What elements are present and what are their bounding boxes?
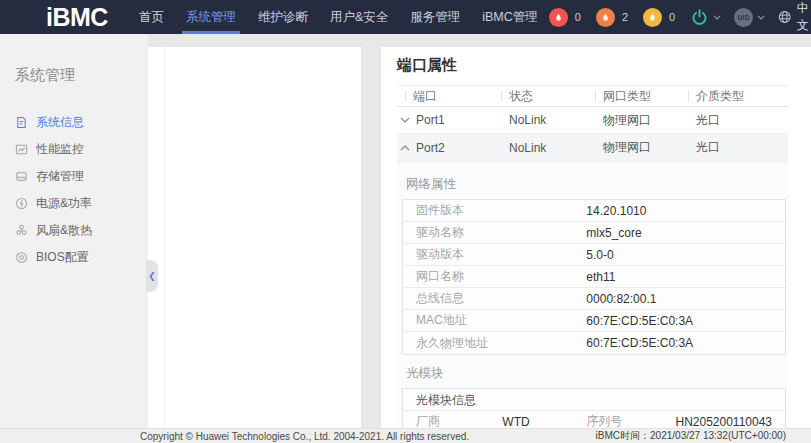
bus-info-value: 0000:82:00.1 — [586, 292, 656, 306]
port-media: 光口 — [688, 139, 788, 156]
ibmc-time: iBMC时间：2021/03/27 13:32(UTC+00:00) — [596, 429, 786, 443]
port-name-value: eth11 — [586, 270, 615, 284]
minor-alarm-count: 0 — [669, 11, 675, 23]
permanent-address-value: 60:7E:CD:5E:C0:3A — [586, 336, 693, 350]
page-title: 端口属性 — [397, 56, 811, 75]
gear-icon — [15, 251, 28, 264]
permanent-address-label: 永久物理地址 — [403, 335, 586, 352]
mac-address-label: MAC地址 — [403, 312, 586, 329]
sidebar-item-storage-management[interactable]: 存储管理 — [0, 163, 148, 190]
table-row: 网口名称 eth11 — [403, 266, 785, 288]
expand-chevron-down-icon[interactable] — [400, 117, 410, 123]
power-icon — [690, 8, 709, 27]
vendor-value: WTD — [502, 415, 586, 429]
optical-module-info-header: 光模块信息 — [403, 389, 785, 411]
nav-item-service-management[interactable]: 服务管理 — [399, 0, 471, 34]
panel-divider — [164, 47, 165, 428]
sidebar-menu: 系统信息 性能监控 存储管理 电源&功率 — [0, 109, 148, 271]
globe-icon — [778, 9, 792, 25]
minor-alarm-indicator[interactable]: 0 — [643, 8, 675, 27]
table-row: 固件版本 14.20.1010 — [403, 200, 785, 222]
top-navbar: iBMC 首页 系统管理 维护诊断 用户&安全 服务管理 iBMC管理 0 2 … — [0, 0, 811, 34]
port-type: 物理网口 — [595, 139, 688, 156]
column-header-port-type: 网口类型 — [595, 90, 651, 102]
bus-info-label: 总线信息 — [403, 290, 586, 307]
firmware-version-label: 固件版本 — [403, 202, 586, 219]
sidebar-title: 系统管理 — [0, 34, 148, 85]
table-row-port2[interactable]: Port2 NoLink 物理网口 光口 — [397, 134, 788, 161]
table-row: MAC地址 60:7E:CD:5E:C0:3A — [403, 310, 785, 332]
port-name-label: 网口名称 — [403, 268, 586, 285]
table-row: 厂商 WTD 序列号 HN205200110043 — [403, 411, 785, 428]
nav-item-maintenance-diagnostics[interactable]: 维护诊断 — [247, 0, 319, 34]
driver-name-value: mlx5_core — [586, 226, 641, 240]
footer: Copyright © Huawei Technologies Co., Ltd… — [0, 428, 811, 443]
sidebar-item-label: 性能监控 — [36, 141, 84, 158]
sidebar-collapse-button[interactable]: ❮ — [146, 260, 158, 292]
major-alarm-indicator[interactable]: 2 — [596, 8, 628, 27]
sidebar-item-label: 电源&功率 — [36, 195, 92, 212]
column-header-status: 状态 — [501, 90, 533, 102]
copyright-text: Copyright © Huawei Technologies Co., Ltd… — [140, 431, 469, 442]
port-table-header: 端口 状态 网口类型 介质类型 — [397, 85, 788, 107]
nav-item-system-management[interactable]: 系统管理 — [175, 0, 247, 34]
main-menu: 首页 系统管理 维护诊断 用户&安全 服务管理 iBMC管理 — [128, 0, 549, 34]
driver-version-value: 5.0-0 — [586, 248, 613, 262]
fan-icon — [15, 224, 28, 237]
collapse-chevron-up-icon[interactable] — [400, 145, 410, 151]
table-row: 总线信息 0000:82:00.1 — [403, 288, 785, 310]
power-icon — [15, 197, 28, 210]
uid-dropdown[interactable]: UID — [734, 8, 765, 27]
nav-item-ibmc-management[interactable]: iBMC管理 — [471, 0, 549, 34]
nav-item-user-security[interactable]: 用户&安全 — [319, 0, 399, 34]
firmware-version-value: 14.20.1010 — [586, 204, 646, 218]
port-name: Port2 — [416, 141, 445, 155]
table-row-port1[interactable]: Port1 NoLink 物理网口 光口 — [397, 107, 788, 134]
sidebar-item-label: 存储管理 — [36, 168, 84, 185]
major-alarm-count: 2 — [622, 11, 628, 23]
power-control-dropdown[interactable] — [690, 8, 721, 27]
network-properties-table: 固件版本 14.20.1010 驱动名称 mlx5_core 驱动版本 5.0-… — [402, 199, 786, 355]
navbar-right-tools: 0 2 0 UID — [549, 0, 811, 34]
sidebar-item-performance-monitor[interactable]: 性能监控 — [0, 136, 148, 163]
table-row: 永久物理地址 60:7E:CD:5E:C0:3A — [403, 332, 785, 354]
driver-version-label: 驱动版本 — [403, 246, 586, 263]
secondary-panel — [148, 47, 361, 428]
serial-label: 序列号 — [586, 413, 662, 428]
minor-alarm-icon — [643, 8, 662, 27]
chevron-down-icon — [713, 15, 721, 20]
optical-module-table: 光模块信息 厂商 WTD 序列号 HN205200110043 — [402, 388, 786, 428]
language-selector[interactable]: 中文 — [778, 0, 811, 34]
critical-alarm-count: 0 — [575, 11, 581, 23]
sidebar-item-fans-cooling[interactable]: 风扇&散热 — [0, 217, 148, 244]
document-icon — [15, 116, 28, 129]
chevron-down-icon — [757, 15, 765, 20]
column-header-media-type: 介质类型 — [688, 90, 744, 102]
sidebar: 系统管理 系统信息 性能监控 存储管理 — [0, 34, 148, 428]
column-header-port: 端口 — [405, 90, 437, 102]
port-media: 光口 — [688, 112, 788, 129]
sidebar-item-system-info[interactable]: 系统信息 — [0, 109, 148, 136]
sidebar-item-label: BIOS配置 — [36, 249, 89, 266]
optical-module-title: 光模块 — [406, 365, 788, 382]
language-label: 中文 — [797, 0, 811, 34]
network-properties-title: 网络属性 — [406, 176, 788, 193]
sidebar-item-label: 系统信息 — [36, 114, 84, 131]
chart-icon — [15, 143, 28, 156]
sidebar-item-power[interactable]: 电源&功率 — [0, 190, 148, 217]
port-status: NoLink — [501, 141, 595, 155]
table-row: 驱动版本 5.0-0 — [403, 244, 785, 266]
critical-alarm-indicator[interactable]: 0 — [549, 8, 581, 27]
mac-address-value: 60:7E:CD:5E:C0:3A — [586, 314, 693, 328]
driver-name-label: 驱动名称 — [403, 224, 586, 241]
critical-alarm-icon — [549, 8, 568, 27]
port-name: Port1 — [416, 113, 445, 127]
main-content-panel: 端口属性 端口 状态 网口类型 介质类型 Port1 NoLink 物理网口 光… — [381, 47, 811, 428]
serial-value: HN205200110043 — [663, 415, 785, 429]
storage-icon — [15, 170, 28, 183]
uid-icon: UID — [734, 8, 753, 27]
major-alarm-icon — [596, 8, 615, 27]
nav-item-home[interactable]: 首页 — [128, 0, 175, 34]
sidebar-item-bios-config[interactable]: BIOS配置 — [0, 244, 148, 271]
table-row: 驱动名称 mlx5_core — [403, 222, 785, 244]
